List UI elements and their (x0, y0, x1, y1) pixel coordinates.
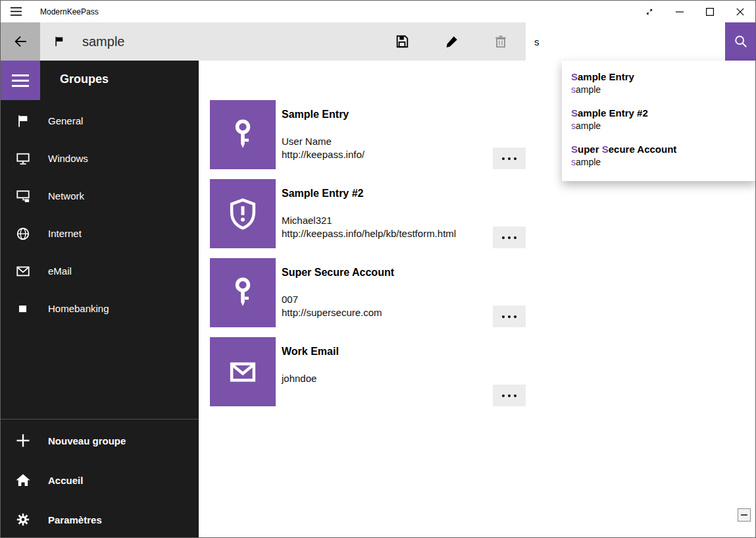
group-title: sample (82, 34, 124, 49)
plus-icon (15, 433, 31, 448)
entry-username: johndoe (282, 373, 316, 384)
app-window: ModernKeePass (0, 0, 756, 538)
home-icon (15, 472, 31, 488)
flag-icon (53, 35, 65, 48)
hamburger-icon (12, 74, 29, 76)
search-box (526, 22, 725, 61)
search-button[interactable] (725, 22, 756, 61)
search-input[interactable] (526, 22, 725, 61)
sidebar-item-label: Nouveau groupe (48, 435, 126, 446)
group-list: General Windows Network Internet (1, 102, 199, 327)
entry-row-sample-entry[interactable]: Sample Entry User Name http://keepass.in… (210, 100, 527, 169)
suggestion-subtitle: sample (571, 157, 750, 167)
suggestion-super-secure-account[interactable]: Super Secure Account sample (562, 137, 756, 173)
sidebar-item-internet[interactable]: Internet (1, 215, 199, 252)
network-icon (15, 189, 31, 203)
window-controls (634, 1, 755, 22)
back-arrow-icon (13, 34, 28, 49)
close-button[interactable] (725, 1, 755, 22)
entry-tile (210, 258, 276, 327)
home-button[interactable]: Accueil (1, 460, 199, 500)
sidebar-item-label: Internet (48, 228, 82, 239)
entry-more-button[interactable] (493, 148, 526, 169)
titlebar-menu-button[interactable] (1, 1, 31, 22)
sidebar-item-general[interactable]: General (1, 102, 199, 140)
flag-icon (15, 114, 31, 128)
sidebar-item-network[interactable]: Network (1, 177, 199, 215)
entry-title: Sample Entry (282, 109, 349, 121)
sidebar-item-label: eMail (48, 265, 72, 277)
sidebar-footer: Nouveau groupe Accueil (1, 421, 199, 538)
suggestion-sample-entry-2[interactable]: Sample Entry #2 sample (562, 101, 756, 137)
close-icon (736, 8, 744, 16)
sidebar-item-label: Windows (48, 153, 88, 164)
sidebar-item-homebanking[interactable]: Homebanking (1, 290, 199, 327)
hamburger-icon (11, 7, 22, 16)
sidebar-divider (1, 419, 199, 419)
suggestion-title: Sample Entry (571, 71, 750, 82)
command-bar: sample (1, 22, 755, 61)
save-icon (395, 34, 409, 49)
entry-title: Super Secure Account (282, 267, 394, 279)
delete-button[interactable] (485, 22, 517, 61)
back-button[interactable] (1, 22, 40, 61)
gear-icon (15, 512, 31, 527)
entry-username: 007 (282, 294, 298, 305)
titlebar: ModernKeePass (1, 1, 755, 22)
scrollbar-minus-button[interactable] (738, 508, 751, 522)
sidebar-item-label: Homebanking (48, 303, 109, 314)
entry-url: http://keepass.info/ (282, 149, 365, 160)
sidebar-item-email[interactable]: eMail (1, 252, 199, 290)
window-title: ModernKeePass (40, 7, 99, 16)
square-icon (15, 302, 31, 316)
sidebar-item-windows[interactable]: Windows (1, 140, 199, 177)
maximize-button[interactable] (695, 1, 725, 22)
entry-url: http://supersecure.com (282, 307, 382, 318)
maximize-icon (706, 8, 714, 16)
entry-tile (210, 337, 276, 406)
pencil-icon (445, 34, 459, 49)
entry-username: Michael321 (282, 215, 332, 226)
globe-icon (15, 227, 31, 241)
entry-more-button[interactable] (493, 306, 526, 327)
sidebar-item-label: General (48, 115, 83, 126)
sidebar-item-label: Accueil (48, 475, 83, 486)
suggestion-sample-entry[interactable]: Sample Entry sample (562, 65, 756, 101)
save-button[interactable] (386, 22, 418, 61)
entry-row-super-secure-account[interactable]: Super Secure Account 007 http://supersec… (210, 258, 527, 327)
shield-alert-icon (225, 196, 261, 232)
sidebar: Groupes General Windows Network (1, 61, 199, 538)
group-header: sample (53, 22, 124, 61)
entry-title: Sample Entry #2 (282, 188, 364, 200)
fullscreen-icon (645, 7, 654, 16)
entry-username: User Name (282, 136, 332, 147)
entry-row-work-email[interactable]: Work Email johndoe (210, 337, 527, 406)
key-icon (225, 117, 261, 153)
ellipsis-icon (502, 236, 505, 239)
minimize-button[interactable] (665, 1, 695, 22)
sidebar-item-label: Paramètres (48, 514, 102, 525)
entry-row-sample-entry-2[interactable]: Sample Entry #2 Michael321 http://keepas… (210, 179, 527, 248)
edit-button[interactable] (436, 22, 468, 61)
entry-tile (210, 100, 276, 169)
ellipsis-icon (502, 394, 505, 397)
minimize-icon (676, 8, 684, 16)
entry-more-button[interactable] (493, 385, 526, 406)
suggestion-title: Sample Entry #2 (571, 107, 750, 119)
key-icon (225, 275, 261, 311)
fullscreen-button[interactable] (634, 1, 665, 22)
minus-icon (741, 514, 747, 516)
ellipsis-icon (502, 315, 505, 318)
sidebar-menu-button[interactable] (1, 61, 40, 100)
new-group-button[interactable]: Nouveau groupe (1, 421, 199, 460)
settings-button[interactable]: Paramètres (1, 500, 199, 538)
sidebar-item-label: Network (48, 190, 84, 202)
suggestion-subtitle: sample (571, 84, 750, 95)
search-icon (734, 34, 748, 49)
desktop-icon (15, 151, 31, 166)
suggestion-subtitle: sample (571, 121, 750, 131)
entry-title: Work Email (282, 346, 339, 358)
mail-icon (225, 354, 261, 390)
entry-tile (210, 179, 276, 248)
entry-more-button[interactable] (493, 227, 526, 248)
